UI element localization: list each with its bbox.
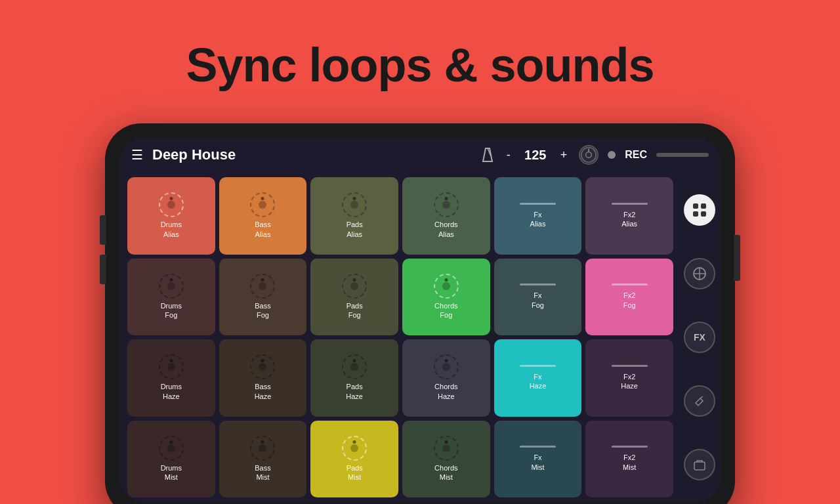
pad-r1-c2[interactable]: PadsFog (310, 259, 398, 336)
phone-frame: ☰ Deep House - 125 + (105, 123, 735, 504)
pad-label-r1-c4: FxFog (532, 291, 544, 310)
pad-label-r0-c1: BassAlias (255, 220, 270, 239)
grid-button[interactable] (684, 194, 715, 226)
pad-label-r3-c4: FxMist (531, 453, 544, 472)
pad-r1-c1[interactable]: BassFog (219, 259, 307, 336)
pad-label-r0-c5: Fx2Alias (621, 210, 637, 229)
side-controls: FX (679, 172, 721, 503)
svg-rect-8 (701, 211, 706, 217)
pad-r2-c4[interactable]: FxHaze (494, 339, 582, 417)
pad-label-r2-c1: BassHaze (255, 382, 272, 401)
pad-label-r0-c2: PadsAlias (346, 220, 363, 239)
pad-r0-c3[interactable]: ChordsAlias (402, 177, 490, 255)
pad-label-r3-c1: BassMist (255, 463, 270, 482)
pad-r2-c3[interactable]: ChordsHaze (402, 339, 490, 417)
svg-rect-5 (693, 203, 698, 209)
pad-r1-c0[interactable]: DrumsFog (127, 259, 215, 336)
side-button-vol-up[interactable] (100, 215, 106, 245)
pad-label-r3-c2: PadsMist (346, 463, 363, 482)
pad-label-r2-c4: FxHaze (530, 372, 547, 391)
rec-dot (608, 151, 616, 159)
pad-r3-c0[interactable]: DrumsMist (127, 421, 215, 498)
menu-icon[interactable]: ☰ (131, 147, 143, 163)
pad-label-r1-c0: DrumsFog (161, 301, 182, 320)
pad-label-r1-c3: ChordsFog (434, 301, 457, 320)
pad-label-r1-c5: Fx2Fog (623, 291, 636, 310)
side-button-vol-down[interactable] (100, 255, 106, 284)
bpm-plus-button[interactable]: + (558, 148, 570, 162)
pad-r1-c4[interactable]: FxFog (494, 259, 582, 336)
fx-button[interactable]: FX (684, 322, 715, 353)
svg-rect-7 (693, 211, 698, 217)
pad-label-r3-c3: ChordsMist (434, 463, 457, 482)
pad-r0-c5[interactable]: Fx2Alias (585, 177, 673, 255)
bpm-display: 125 (522, 148, 549, 163)
pad-label-r2-c0: DrumsHaze (161, 382, 182, 401)
svg-rect-6 (701, 203, 706, 209)
pad-grid: DrumsAlias BassAlias PadsAlias ChordsAli… (119, 172, 679, 503)
pad-r3-c2[interactable]: PadsMist (310, 421, 398, 498)
pad-label-r3-c5: Fx2Mist (623, 453, 636, 472)
pad-r2-c2[interactable]: PadsHaze (310, 339, 398, 417)
bpm-minus-button[interactable]: - (504, 148, 513, 162)
dial-icon[interactable] (579, 145, 598, 165)
pad-r3-c4[interactable]: FxMist (494, 421, 582, 498)
pad-r2-c0[interactable]: DrumsHaze (127, 339, 215, 417)
top-bar: ☰ Deep House - 125 + (119, 138, 721, 172)
pad-r0-c2[interactable]: PadsAlias (310, 177, 398, 255)
metronome-icon[interactable] (480, 144, 495, 166)
pad-r3-c3[interactable]: ChordsMist (402, 421, 490, 498)
rec-button[interactable]: REC (625, 149, 647, 161)
rec-progress-bar (656, 153, 709, 157)
pad-r2-c5[interactable]: Fx2Haze (585, 339, 673, 417)
eq-button[interactable] (684, 258, 715, 289)
pad-label-r0-c4: FxAlias (530, 210, 546, 229)
pad-label-r0-c0: DrumsAlias (161, 220, 182, 239)
folder-button[interactable] (684, 449, 715, 480)
pad-r0-c1[interactable]: BassAlias (219, 177, 307, 255)
svg-line-12 (700, 396, 703, 398)
pad-r1-c3[interactable]: ChordsFog (402, 259, 490, 336)
pad-r2-c1[interactable]: BassHaze (219, 339, 307, 417)
app-title: Deep House (152, 146, 471, 163)
side-button-power[interactable] (734, 235, 740, 281)
pad-label-r0-c3: ChordsAlias (434, 220, 457, 239)
pad-label-r1-c1: BassFog (255, 301, 270, 320)
pad-label-r3-c0: DrumsMist (161, 463, 182, 482)
pad-label-r2-c5: Fx2Haze (621, 372, 638, 391)
edit-button[interactable] (684, 385, 715, 417)
pad-label-r2-c3: ChordsHaze (434, 382, 457, 401)
app-screen: ☰ Deep House - 125 + (119, 138, 721, 503)
pad-label-r2-c2: PadsHaze (346, 382, 363, 401)
pad-label-r1-c2: PadsFog (346, 301, 363, 320)
svg-rect-13 (694, 462, 705, 470)
pad-r1-c5[interactable]: Fx2Fog (585, 259, 673, 336)
pad-r0-c0[interactable]: DrumsAlias (127, 177, 215, 255)
page-title: Sync loops & sounds (0, 18, 840, 92)
pad-r0-c4[interactable]: FxAlias (494, 177, 582, 255)
grid-container: DrumsAlias BassAlias PadsAlias ChordsAli… (119, 172, 721, 503)
header-section: Sync loops & sounds (0, 0, 840, 92)
phone-body: ☰ Deep House - 125 + (105, 123, 735, 504)
pad-r3-c1[interactable]: BassMist (219, 421, 307, 498)
pad-r3-c5[interactable]: Fx2Mist (585, 421, 673, 498)
